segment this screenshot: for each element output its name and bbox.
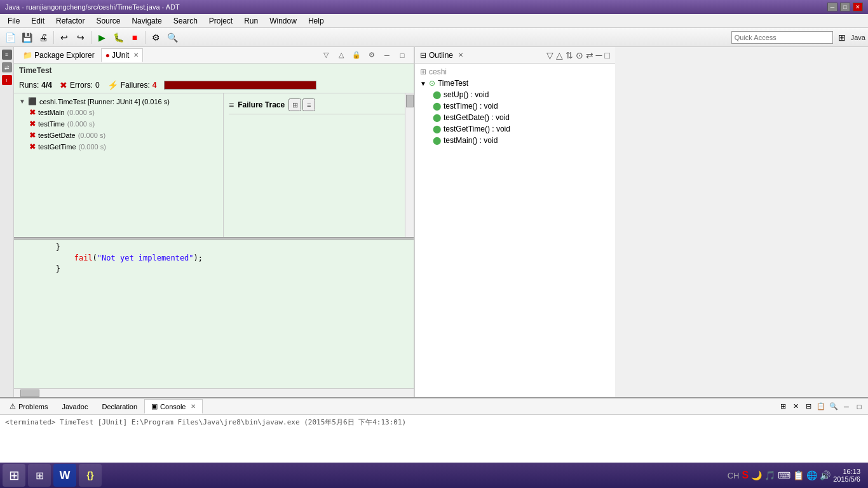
error-icon: ✖	[60, 80, 67, 90]
test-item-testTime[interactable]: ✖ testTime (0.000 s)	[14, 118, 223, 130]
console-action-1[interactable]: ⊞	[776, 400, 789, 413]
outline-minimize-btn[interactable]: ─	[596, 50, 602, 60]
outline-class-icon: ⊙	[429, 79, 435, 88]
toolbar-stop-btn[interactable]: ■	[127, 30, 142, 45]
outline-method-testMain[interactable]: ⬤ testMain() : void	[415, 135, 615, 146]
menu-help[interactable]: Help	[303, 15, 329, 27]
outline-package-name: ceshi	[429, 67, 447, 76]
close-button[interactable]: ✕	[853, 3, 863, 11]
left-panel: 📁 Package Explorer ● JUnit ✕ ▽ △ 🔒 ⚙ ─ □	[14, 47, 414, 397]
taskbar-brackets-btn[interactable]: {}	[79, 464, 102, 487]
test-item-testGetTime[interactable]: ✖ testGetTime (0.000 s)	[14, 141, 223, 152]
junit-tab-bar: 📁 Package Explorer ● JUnit ✕ ▽ △ 🔒 ⚙ ─ □	[14, 47, 414, 64]
junit-icon: ●	[105, 51, 110, 60]
h-scroll[interactable]	[14, 388, 414, 397]
toolbar-perspective-btn[interactable]: ⊞	[834, 30, 850, 45]
toolbar-save-btn[interactable]: 💾	[19, 30, 34, 45]
console-maximize-btn[interactable]: □	[853, 400, 865, 413]
menu-edit[interactable]: Edit	[26, 15, 50, 27]
tab-junit[interactable]: ● JUnit ✕	[101, 48, 144, 62]
minimize-button[interactable]: ─	[827, 3, 837, 11]
outline-sort-btn[interactable]: ⇅	[566, 50, 573, 60]
menu-window[interactable]: Window	[264, 15, 302, 27]
tab-console[interactable]: ▣ Console ✕	[144, 399, 203, 414]
menu-run[interactable]: Run	[239, 15, 263, 27]
window-controls[interactable]: ─ □ ✕	[827, 3, 863, 11]
start-button[interactable]: ⊞	[3, 464, 25, 487]
outline-filter-btn[interactable]: ⊙	[576, 50, 583, 60]
outline-method-testGetTime[interactable]: ⬤ testGetTime() : void	[415, 123, 615, 135]
test-item-testMain[interactable]: ✖ testMain (0.000 s)	[14, 107, 223, 118]
junit-minimize-btn[interactable]: ─	[381, 49, 393, 62]
toolbar-redo-btn[interactable]: ↪	[73, 30, 88, 45]
maximize-button[interactable]: □	[840, 3, 850, 11]
console-minimize-btn[interactable]: ─	[840, 400, 853, 413]
outline-method-label-setUp: setUp() : void	[444, 90, 489, 99]
junit-settings-btn[interactable]: ⚙	[365, 49, 378, 62]
outline-collapse-btn[interactable]: ▽	[546, 50, 553, 60]
tray-volume-icon[interactable]: 🔊	[820, 470, 831, 480]
junit-scrollbar[interactable]	[405, 93, 414, 237]
tray-keyboard-icon[interactable]: ⌨	[778, 470, 790, 480]
toolbar-undo-btn[interactable]: ↩	[57, 30, 72, 45]
side-icon-3[interactable]: !	[2, 75, 12, 85]
junit-split: ▼ ⬛ ceshi.TimeTest [Runner: JUnit 4] (0.…	[14, 93, 414, 237]
outline-maximize-btn[interactable]: □	[605, 50, 610, 60]
outline-package-row[interactable]: ⊞ ceshi	[415, 66, 615, 78]
menu-project[interactable]: Project	[204, 15, 238, 27]
menu-refactor[interactable]: Refactor	[51, 15, 90, 27]
errors-label: Errors:	[70, 81, 93, 90]
taskbar-apps-btn[interactable]: ⊞	[28, 464, 51, 487]
toolbar-debug-btn[interactable]: 🐛	[111, 30, 126, 45]
console-action-3[interactable]: ⊟	[802, 400, 815, 413]
junit-scroll-lock-btn[interactable]: 🔒	[350, 49, 363, 62]
tab-declaration[interactable]: Declaration	[95, 400, 144, 414]
tray-network-icon[interactable]: 🌐	[806, 470, 817, 480]
outline-method-testTime[interactable]: ⬤ testTime() : void	[415, 100, 615, 112]
junit-maximize-btn[interactable]: □	[396, 49, 409, 62]
menu-file[interactable]: File	[3, 15, 25, 27]
tab-package-explorer[interactable]: 📁 Package Explorer	[19, 49, 98, 62]
code-editor: } fail("Not yet implemented"); }	[14, 240, 414, 388]
test-name-testGetTime: testGetTime	[38, 143, 76, 151]
menu-navigate[interactable]: Navigate	[126, 15, 166, 27]
runs-label: Runs:	[19, 81, 39, 90]
tray-icon-2[interactable]: 🎵	[764, 470, 775, 480]
tray-icon-1[interactable]: 🌙	[751, 470, 762, 480]
toolbar-run-btn[interactable]: ▶	[94, 30, 109, 45]
test-suite-row[interactable]: ▼ ⬛ ceshi.TimeTest [Runner: JUnit 4] (0.…	[14, 96, 223, 107]
console-action-4[interactable]: 📋	[815, 400, 827, 413]
console-close-btn[interactable]: ✕	[191, 403, 196, 410]
outline-class-row[interactable]: ▼ ⊙ TimeTest	[415, 78, 615, 89]
outline-sync-btn[interactable]: ⇄	[586, 50, 593, 60]
suite-expand-icon: ▼	[19, 98, 25, 105]
test-item-testGetDate[interactable]: ✖ testGetDate (0.000 s)	[14, 130, 223, 141]
tab-problems[interactable]: ⚠ Problems	[3, 399, 55, 414]
toolbar-settings-btn[interactable]: ⚙	[148, 30, 163, 45]
console-label: Console	[160, 403, 186, 410]
trace-action-btn-1[interactable]: ⊞	[288, 98, 301, 111]
test-name-testGetDate: testGetDate	[38, 132, 76, 139]
console-action-2[interactable]: ✕	[789, 400, 802, 413]
tray-input-icon: CH	[728, 471, 740, 480]
trace-action-btn-2[interactable]: ≡	[302, 98, 315, 111]
taskbar-word-btn[interactable]: W	[53, 464, 76, 487]
junit-collapse-btn[interactable]: ▽	[320, 49, 332, 62]
junit-expand-btn[interactable]: △	[335, 49, 348, 62]
toolbar-new-btn[interactable]: 📄	[3, 30, 18, 45]
side-icon-2[interactable]: ⇌	[2, 62, 12, 72]
console-action-5[interactable]: 🔍	[827, 400, 840, 413]
junit-close-btn[interactable]: ✕	[133, 51, 139, 58]
quick-access-input[interactable]	[731, 31, 833, 44]
menu-search[interactable]: Search	[168, 15, 203, 27]
menu-source[interactable]: Source	[91, 15, 125, 27]
outline-expand-btn[interactable]: △	[556, 50, 563, 60]
tab-javadoc[interactable]: Javadoc	[55, 400, 95, 414]
outline-method-setUp[interactable]: ⬤ setUp() : void	[415, 89, 615, 100]
toolbar-print-btn[interactable]: 🖨	[36, 30, 51, 45]
outline-method-testGetDate[interactable]: ⬤ testGetDate() : void	[415, 112, 615, 123]
tray-icon-3[interactable]: 📋	[793, 470, 804, 480]
outline-close-btn[interactable]: ✕	[458, 51, 463, 58]
side-icon-1[interactable]: ≡	[2, 50, 12, 60]
toolbar-search-btn[interactable]: 🔍	[165, 30, 180, 45]
